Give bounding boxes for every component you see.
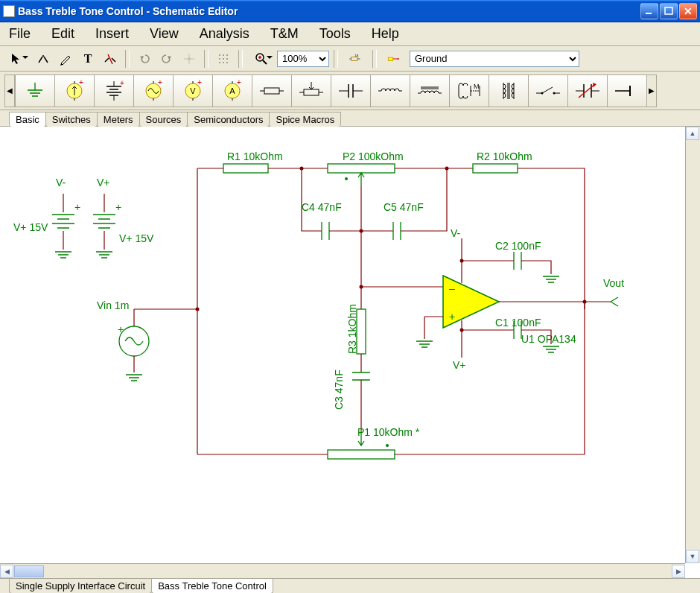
menu-edit[interactable]: Edit [47, 25, 79, 43]
ground-component-button[interactable] [15, 74, 55, 107]
vin-source[interactable]: Vin 1m + [97, 299, 149, 381]
wire-tool-button[interactable] [33, 49, 54, 69]
tab-bass-treble[interactable]: Bass Treble Tone Control [151, 579, 273, 593]
capacitor-c3[interactable]: C3 47nF [333, 370, 370, 410]
battery-v-plus[interactable]: V+ V+ 15V + [93, 177, 154, 258]
resistor-tool-button[interactable]: 1K [343, 49, 368, 69]
svg-point-11 [223, 62, 224, 63]
battery-v-minus[interactable]: V- V+ 15V + [13, 177, 80, 258]
menu-tm[interactable]: T&M [266, 25, 303, 43]
vertical-scrollbar[interactable]: ▲ ▼ [685, 127, 700, 563]
ammeter-button[interactable]: A+ [212, 74, 252, 107]
pencil-tool-button[interactable] [55, 49, 76, 69]
inductor-button[interactable] [370, 74, 410, 107]
horizontal-scrollbar[interactable]: ◀ ▶ [0, 563, 685, 578]
grid-button[interactable] [213, 49, 234, 69]
svg-text:+: + [120, 79, 124, 87]
svg-rect-1 [665, 7, 672, 14]
svg-rect-14 [351, 57, 357, 60]
svg-text:+: + [79, 78, 83, 86]
menu-help[interactable]: Help [367, 25, 404, 43]
tab-spice-macros[interactable]: Spice Macros [269, 112, 341, 127]
scroll-thumb[interactable] [14, 565, 44, 577]
resistor-r1[interactable]: R1 10kOhm [223, 150, 302, 173]
menu-analysis[interactable]: Analysis [195, 25, 254, 43]
scroll-left-arrow[interactable]: ◀ [0, 565, 13, 578]
potentiometer-p1[interactable]: P1 10kOhm * [197, 426, 585, 459]
app-icon [3, 5, 15, 17]
ac-source-button[interactable]: + [133, 74, 174, 107]
terminal-button[interactable] [607, 74, 647, 107]
resistor-r2[interactable]: R2 10kOhm [447, 150, 585, 309]
capacitor-c5[interactable]: C5 47nF [361, 168, 447, 240]
maximize-button[interactable] [660, 3, 678, 19]
svg-text:C5 47nF: C5 47nF [384, 201, 424, 213]
svg-point-4 [219, 54, 220, 56]
battery-component-button[interactable]: + [94, 74, 134, 107]
cut-wire-button[interactable] [100, 49, 121, 69]
tab-semiconductors[interactable]: Semiconductors [187, 112, 270, 127]
svg-text:P2 100kOhm: P2 100kOhm [343, 150, 404, 162]
svg-point-33 [553, 92, 556, 94]
schematic-canvas[interactable]: V- V+ 15V + V+ V+ 15V + [0, 127, 685, 563]
svg-text:C4 47nF: C4 47nF [302, 201, 342, 213]
transformer-button[interactable] [489, 74, 529, 107]
inductor-core-button[interactable] [410, 74, 450, 107]
potentiometer-p2[interactable]: P2 100kOhm [302, 150, 447, 231]
svg-rect-48 [328, 164, 395, 173]
scroll-down-arrow[interactable]: ▼ [686, 550, 699, 563]
menu-file[interactable]: File [4, 25, 35, 43]
scroll-up-arrow[interactable]: ▲ [686, 127, 699, 140]
resistor-r3[interactable]: R3 1kOhm [346, 304, 366, 354]
component-scroll-right[interactable]: ▶ [646, 74, 657, 107]
window-title: Bass Treble Tone Control - Schematic Edi… [18, 5, 640, 17]
menu-tools[interactable]: Tools [315, 25, 355, 43]
svg-text:R2 10kOhm: R2 10kOhm [477, 150, 532, 162]
close-button[interactable]: ✕ [679, 3, 697, 19]
svg-point-12 [226, 62, 228, 63]
canvas-container: V- V+ 15V + V+ V+ 15V + [0, 127, 700, 578]
tab-switches[interactable]: Switches [45, 112, 98, 127]
svg-rect-0 [646, 13, 652, 14]
tab-meters[interactable]: Meters [97, 112, 140, 127]
net-select[interactable]: Ground [410, 51, 579, 67]
svg-text:R3 1kOhm: R3 1kOhm [346, 304, 358, 354]
varcap-button[interactable] [567, 74, 608, 107]
svg-text:+: + [158, 78, 162, 86]
text-tool-button[interactable]: T [77, 49, 98, 69]
cursor-tool-button[interactable] [3, 49, 31, 69]
schematic-drawing[interactable]: V- V+ 15V + V+ V+ 15V + [0, 127, 685, 563]
current-source-button[interactable]: + [54, 74, 95, 107]
svg-text:C2 100nF: C2 100nF [495, 240, 541, 252]
tab-single-supply[interactable]: Single Supply Interface Circuit [9, 579, 152, 593]
capacitor-c2[interactable]: C2 100nF [460, 240, 560, 282]
redo-button[interactable] [156, 49, 177, 69]
resistor-component-button[interactable] [252, 74, 292, 107]
svg-text:V+ 15V: V+ 15V [13, 221, 48, 233]
capacitor-button[interactable] [331, 74, 371, 107]
undo-button[interactable] [134, 49, 155, 69]
svg-rect-16 [388, 57, 392, 61]
window-titlebar: Bass Treble Tone Control - Schematic Edi… [0, 0, 700, 22]
potentiometer-button[interactable] [291, 74, 331, 107]
minimize-button[interactable] [640, 3, 658, 19]
motor-button[interactable]: M [449, 74, 489, 107]
svg-text:–: – [449, 282, 455, 294]
scroll-right-arrow[interactable]: ▶ [672, 565, 685, 578]
svg-rect-73 [328, 450, 395, 459]
svg-text:+: + [237, 78, 241, 86]
menu-view[interactable]: View [145, 25, 183, 43]
svg-text:V-: V- [451, 227, 461, 239]
svg-point-3 [188, 57, 191, 60]
snap-button[interactable] [179, 49, 200, 69]
tab-sources[interactable]: Sources [139, 112, 188, 127]
switch-button[interactable] [528, 74, 568, 107]
zoom-select[interactable]: 100% [277, 51, 329, 67]
voltmeter-button[interactable]: V+ [173, 74, 213, 107]
menu-insert[interactable]: Insert [91, 25, 133, 43]
tab-basic[interactable]: Basic [9, 112, 46, 127]
zoom-tool-button[interactable] [247, 49, 276, 69]
probe-button[interactable] [381, 49, 407, 69]
capacitor-c4[interactable]: C4 47nF [302, 168, 361, 240]
component-scroll-left[interactable]: ◀ [4, 74, 15, 107]
